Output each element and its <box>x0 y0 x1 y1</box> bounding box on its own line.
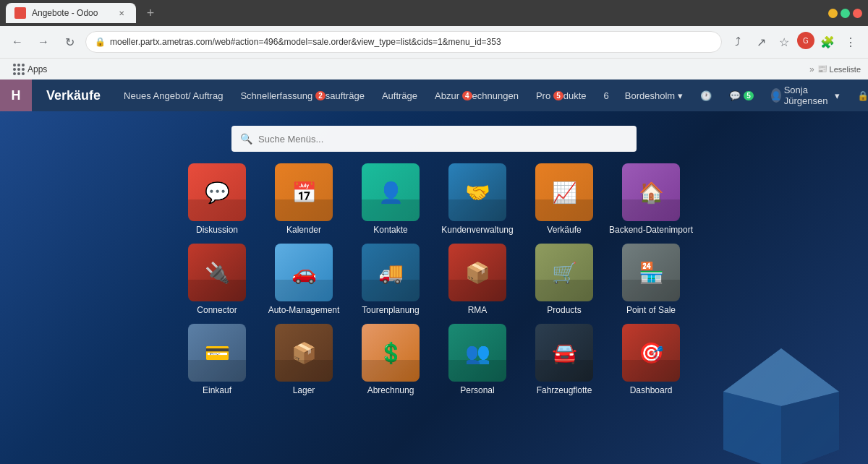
app-label-products: Products <box>547 305 581 315</box>
app-icon-connector: 🔌 <box>188 244 246 301</box>
invoices-badge: 4 <box>462 91 472 100</box>
browser-tab[interactable]: Angebote - Odoo ✕ <box>6 3 136 23</box>
share-button[interactable]: ↗ <box>751 32 771 52</box>
tab-favicon <box>14 7 26 19</box>
app-item-products[interactable]: 🛒Products <box>521 244 608 315</box>
bookmarks-more[interactable]: » <box>809 64 814 74</box>
app-icon-einkauf: 💳 <box>188 324 246 382</box>
app-item-verkaufe[interactable]: 📈Verkäufe <box>521 163 608 235</box>
app-icon-personal: 👥 <box>448 324 506 382</box>
app-item-abrechnung[interactable]: 💲Abrechnung <box>347 324 434 395</box>
tab-title: Angebote - Odoo <box>32 8 98 18</box>
app-icon-diskussion: 💬 <box>188 163 246 221</box>
app-icon-point-of-sale: 🏪 <box>622 244 680 301</box>
app-item-connector[interactable]: 🔌Connector <box>174 244 260 315</box>
odoo-top-bar: H Verkäufe Neues Angebot/ Auftrag Schnel… <box>0 80 868 111</box>
app-item-lager[interactable]: 📦Lager <box>260 324 347 395</box>
chat-button[interactable]: 💬 5 <box>722 80 761 111</box>
app-label-point-of-sale: Point of Sale <box>626 305 676 315</box>
forward-button[interactable]: → <box>33 32 54 52</box>
app-label-fahrzeugflotte: Fahrzeugflotte <box>537 385 592 395</box>
history-button[interactable]: 🕐 <box>693 80 719 111</box>
app-icon-dashboard: 🎯 <box>622 324 680 382</box>
browser-title-bar: Angebote - Odoo ✕ + <box>0 0 868 26</box>
odoo-nav-items: Neues Angebot/ Auftrag Schnellerfassung2… <box>115 80 618 111</box>
odoo-app-title: Verkäufe <box>32 88 115 103</box>
app-item-kundenverwaltung[interactable]: 🤝Kundenverwaltung <box>434 163 521 235</box>
app-item-diskussion[interactable]: 💬Diskussion <box>174 163 260 235</box>
lock-icon: 🔒 <box>95 37 106 47</box>
app-item-einkauf[interactable]: 💳Einkauf <box>174 324 260 395</box>
app-label-kontakte: Kontakte <box>373 225 407 235</box>
reading-list-button[interactable]: 📰Leseliste <box>817 64 861 74</box>
app-item-fahrzeugflotte[interactable]: 🚘Fahrzeugflotte <box>521 324 608 395</box>
apps-label: Apps <box>27 64 47 74</box>
extensions-button[interactable]: ⤴ <box>728 32 748 52</box>
app-item-rma[interactable]: 📦RMA <box>434 244 521 315</box>
nav-quick-capture[interactable]: Schnellerfassung2saufträge <box>231 80 373 111</box>
odoo-logo[interactable]: H <box>0 80 32 111</box>
menu-search-bar[interactable]: 🔍 <box>231 126 637 152</box>
app-label-dashboard: Dashboard <box>630 385 673 395</box>
reload-button[interactable]: ↻ <box>59 32 80 52</box>
tab-close-button[interactable]: ✕ <box>116 7 127 19</box>
apps-bookmark[interactable]: Apps <box>7 62 53 77</box>
company-chevron: ▾ <box>678 90 683 101</box>
company-selector[interactable]: Bordesholm ▾ <box>618 80 690 111</box>
search-icon: 🔍 <box>240 133 252 145</box>
odoo-logo-text: H <box>12 88 21 103</box>
address-bar[interactable]: 🔒 moeller.partx.ametras.com/web#action=4… <box>85 31 722 53</box>
app-item-auto-management[interactable]: 🚗Auto-Management <box>260 244 347 315</box>
app-label-connector: Connector <box>197 305 237 315</box>
extensions-puzzle-button[interactable]: 🧩 <box>817 32 838 52</box>
app-item-backend-datenimport[interactable]: 🏠Backend-Datenimport <box>608 163 694 235</box>
nav-invoices[interactable]: Abzur4echnungen <box>426 80 527 111</box>
bookmark-button[interactable]: ☆ <box>774 32 794 52</box>
app-icon-rma: 📦 <box>448 244 506 301</box>
back-button[interactable]: ← <box>7 32 27 52</box>
nav-icons-right: ⤴ ↗ ☆ G 🧩 ⋮ <box>728 32 861 52</box>
maximize-button[interactable] <box>841 9 850 18</box>
app-icon-lager: 📦 <box>275 324 333 382</box>
nav-orders[interactable]: Aufträge <box>373 80 426 111</box>
odoo-main-content: 🔍 💬Diskussion📅Kalender👤Kontakte🤝Kundenve… <box>0 111 868 464</box>
bookmarks-bar: Apps » 📰Leseliste <box>0 58 868 80</box>
user-menu[interactable]: 👤 Sonja Jürgensen ▾ <box>764 80 848 111</box>
nav-products[interactable]: Pro5dukte <box>527 80 595 111</box>
browser-nav-bar: ← → ↻ 🔒 moeller.partx.ametras.com/web#ac… <box>0 26 868 58</box>
app-label-kalender: Kalender <box>286 225 321 235</box>
nav-extra[interactable]: 6 <box>595 80 618 111</box>
app-icon-products: 🛒 <box>535 244 593 301</box>
odoo-right-controls: Bordesholm ▾ 🕐 💬 5 👤 Sonja Jürgensen ▾ 🔒 <box>618 80 868 111</box>
minimize-button[interactable] <box>828 9 838 18</box>
app-icon-abrechnung: 💲 <box>362 324 420 382</box>
quick-capture-badge: 2 <box>315 91 326 100</box>
decoration-3d <box>709 334 854 464</box>
app-label-einkauf: Einkauf <box>203 385 231 395</box>
apps-grid: 💬Diskussion📅Kalender👤Kontakte🤝Kundenverw… <box>109 163 760 404</box>
app-icon-fahrzeugflotte: 🚘 <box>535 324 593 382</box>
app-label-lager: Lager <box>293 385 315 395</box>
new-tab-button[interactable]: + <box>140 3 161 23</box>
more-button[interactable]: ⋮ <box>841 32 861 52</box>
app-item-dashboard[interactable]: 🎯Dashboard <box>608 324 694 395</box>
search-input[interactable] <box>258 134 628 145</box>
app-label-kundenverwaltung: Kundenverwaltung <box>441 225 513 235</box>
app-icon-backend-datenimport: 🏠 <box>622 163 680 221</box>
close-button[interactable] <box>853 9 862 18</box>
app-icon-verkaufe: 📈 <box>535 163 593 221</box>
profile-button[interactable]: G <box>797 32 814 49</box>
app-label-backend-datenimport: Backend-Datenimport <box>609 225 693 235</box>
app-icon-kontakte: 👤 <box>362 163 420 221</box>
user-chevron: ▾ <box>835 90 840 101</box>
app-item-personal[interactable]: 👥Personal <box>434 324 521 395</box>
app-icon-auto-management: 🚗 <box>275 244 333 301</box>
app-item-kalender[interactable]: 📅Kalender <box>260 163 347 235</box>
nav-new-offer[interactable]: Neues Angebot/ Auftrag <box>115 80 231 111</box>
app-item-kontakte[interactable]: 👤Kontakte <box>347 163 434 235</box>
app-item-tourenplanung[interactable]: 🚚Tourenplanung <box>347 244 434 315</box>
lock-button[interactable]: 🔒 <box>850 80 868 111</box>
apps-grid-icon <box>13 64 25 75</box>
app-item-point-of-sale[interactable]: 🏪Point of Sale <box>608 244 694 315</box>
app-label-diskussion: Diskussion <box>196 225 238 235</box>
